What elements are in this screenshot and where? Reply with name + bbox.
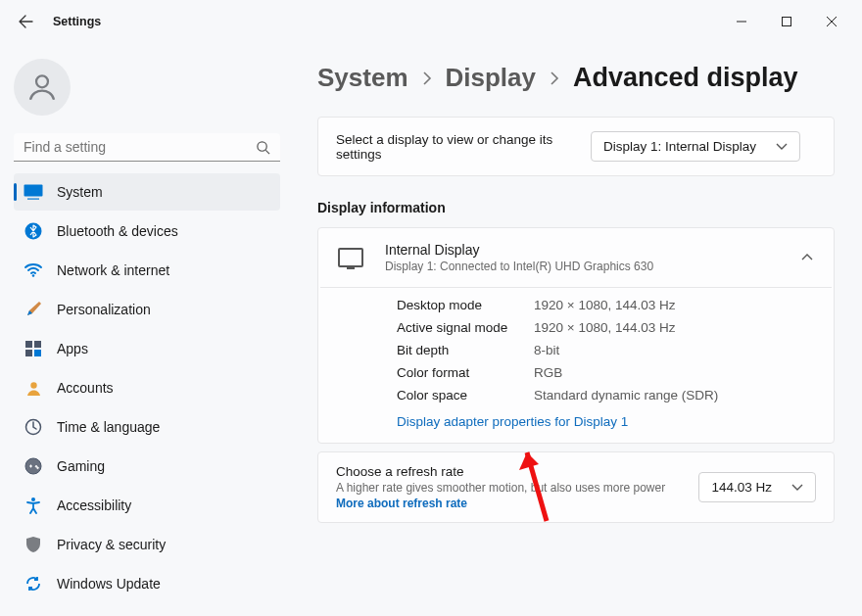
refresh-rate-value: 144.03 Hz <box>711 480 772 495</box>
chevron-right-icon <box>422 71 432 86</box>
search-box[interactable] <box>14 133 280 162</box>
svg-rect-8 <box>27 199 39 200</box>
bluetooth-icon <box>24 221 43 241</box>
prop-value: Standard dynamic range (SDR) <box>534 388 718 403</box>
sidebar-item-accounts[interactable]: Accounts <box>14 369 280 406</box>
svg-rect-12 <box>34 341 41 348</box>
sidebar-item-label: Personalization <box>57 302 270 317</box>
apps-icon <box>24 339 43 358</box>
display-selector-value: Display 1: Internal Display <box>603 139 756 154</box>
sidebar-item-time-language[interactable]: Time & language <box>14 408 280 446</box>
prop-color-format: Color format RGB <box>397 361 814 384</box>
svg-rect-7 <box>24 185 43 197</box>
prop-label: Bit depth <box>397 343 534 357</box>
shield-icon <box>24 535 43 554</box>
prop-color-space: Color space Standard dynamic range (SDR) <box>397 384 814 406</box>
sidebar-item-label: Bluetooth & devices <box>57 223 270 239</box>
refresh-rate-subtitle: A higher rate gives smoother motion, but… <box>336 481 698 495</box>
breadcrumb-system[interactable]: System <box>317 63 408 93</box>
display-info-card: Internal Display Display 1: Connected to… <box>317 227 835 444</box>
svg-point-4 <box>36 75 48 87</box>
back-button[interactable] <box>8 4 43 39</box>
display-information-heading: Display information <box>317 200 835 215</box>
chevron-right-icon <box>550 71 559 86</box>
display-info-body: Desktop mode 1920 × 1080, 144.03 Hz Acti… <box>318 288 834 443</box>
minimize-button[interactable] <box>719 6 764 37</box>
svg-point-19 <box>31 498 35 501</box>
display-adapter-properties-link[interactable]: Display adapter properties for Display 1 <box>397 414 628 429</box>
avatar[interactable] <box>14 59 71 116</box>
prop-value: 1920 × 1080, 144.03 Hz <box>534 298 676 312</box>
sidebar-item-label: Network & internet <box>57 262 270 278</box>
back-arrow-icon <box>18 14 33 29</box>
sidebar-item-apps[interactable]: Apps <box>14 330 280 367</box>
search-icon <box>256 140 270 155</box>
refresh-rate-more-link[interactable]: More about refresh rate <box>336 497 467 510</box>
display-selector-dropdown[interactable]: Display 1: Internal Display <box>591 131 800 162</box>
refresh-rate-dropdown[interactable]: 144.03 Hz <box>698 472 816 502</box>
prop-value: 8-bit <box>534 343 559 357</box>
sidebar: System Bluetooth & devices Network & int… <box>0 43 294 616</box>
svg-point-10 <box>32 274 35 277</box>
prop-label: Desktop mode <box>397 298 534 312</box>
chevron-down-icon <box>776 143 788 151</box>
prop-label: Active signal mode <box>397 320 534 335</box>
prop-value: RGB <box>534 365 562 380</box>
sidebar-item-personalization[interactable]: Personalization <box>14 291 280 328</box>
system-icon <box>24 182 43 202</box>
svg-rect-14 <box>34 350 41 356</box>
sidebar-item-label: System <box>57 184 270 200</box>
display-subtitle: Display 1: Connected to Intel(R) UHD Gra… <box>385 260 800 273</box>
sidebar-item-label: Gaming <box>57 458 270 474</box>
title-bar: Settings <box>0 0 862 43</box>
svg-point-15 <box>30 382 36 388</box>
accessibility-icon <box>24 496 43 515</box>
sidebar-item-privacy[interactable]: Privacy & security <box>14 526 280 563</box>
refresh-rate-title: Choose a refresh rate <box>336 464 698 479</box>
display-info-expander[interactable]: Internal Display Display 1: Connected to… <box>318 228 834 287</box>
accounts-icon <box>24 378 43 398</box>
brush-icon <box>24 300 43 319</box>
prop-active-signal: Active signal mode 1920 × 1080, 144.03 H… <box>397 316 814 339</box>
monitor-icon <box>338 248 363 267</box>
sidebar-item-label: Apps <box>57 341 270 356</box>
gaming-icon <box>24 456 43 476</box>
chevron-down-icon <box>791 484 803 492</box>
breadcrumb: System Display Advanced display <box>317 63 835 93</box>
prop-value: 1920 × 1080, 144.03 Hz <box>534 320 676 335</box>
refresh-rate-card: Choose a refresh rate A higher rate give… <box>317 451 835 523</box>
sidebar-item-network[interactable]: Network & internet <box>14 252 280 289</box>
sidebar-item-system[interactable]: System <box>14 173 280 211</box>
window-controls <box>719 6 854 37</box>
sidebar-item-gaming[interactable]: Gaming <box>14 448 280 485</box>
chevron-up-icon <box>800 253 814 262</box>
wifi-icon <box>24 261 43 280</box>
maximize-icon <box>782 17 791 26</box>
update-icon <box>24 574 43 593</box>
prop-label: Color space <box>397 388 534 403</box>
close-button[interactable] <box>809 6 854 37</box>
sidebar-item-label: Time & language <box>57 419 270 435</box>
person-icon <box>25 71 59 104</box>
svg-point-5 <box>258 141 266 150</box>
prop-desktop-mode: Desktop mode 1920 × 1080, 144.03 Hz <box>397 294 814 316</box>
clock-globe-icon <box>24 417 43 437</box>
window-title: Settings <box>53 15 101 28</box>
search-input[interactable] <box>24 139 256 155</box>
select-display-card: Select a display to view or change its s… <box>317 117 835 176</box>
sidebar-item-accessibility[interactable]: Accessibility <box>14 487 280 524</box>
sidebar-item-label: Privacy & security <box>57 537 270 552</box>
sidebar-item-bluetooth[interactable]: Bluetooth & devices <box>14 213 280 250</box>
minimize-icon <box>737 17 746 26</box>
breadcrumb-advanced-display: Advanced display <box>573 63 798 93</box>
sidebar-item-windows-update[interactable]: Windows Update <box>14 565 280 602</box>
close-icon <box>827 17 837 26</box>
svg-rect-1 <box>783 18 791 26</box>
select-display-description: Select a display to view or change its s… <box>336 132 591 162</box>
sidebar-item-label: Windows Update <box>57 576 270 592</box>
main-content: System Display Advanced display Select a… <box>294 43 862 616</box>
svg-line-6 <box>265 150 269 154</box>
sidebar-item-label: Accessibility <box>57 498 270 513</box>
maximize-button[interactable] <box>764 6 809 37</box>
breadcrumb-display[interactable]: Display <box>446 63 537 93</box>
